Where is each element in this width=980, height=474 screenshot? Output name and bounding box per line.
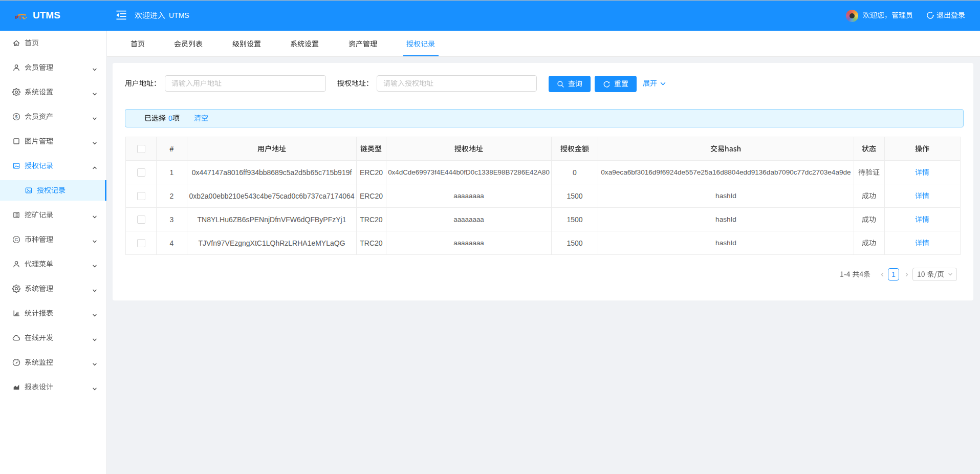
- svg-text:C: C: [15, 236, 18, 242]
- svg-text:$: $: [15, 114, 18, 119]
